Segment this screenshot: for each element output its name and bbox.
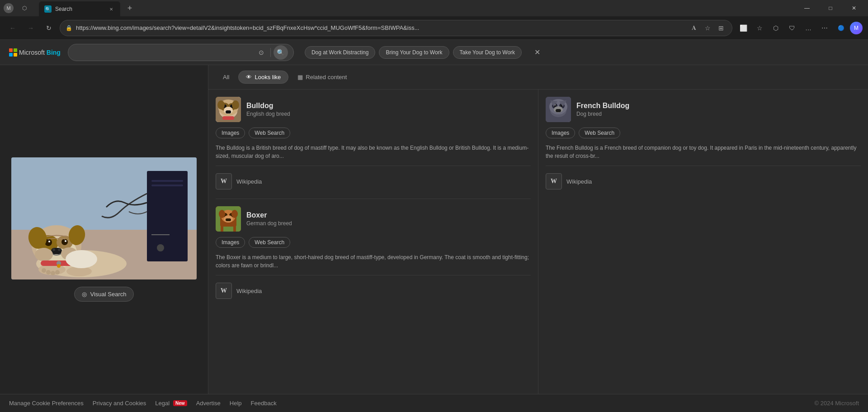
breed-thumb-french (546, 97, 571, 122)
wiki-text-boxer: Wikipedia (236, 288, 262, 294)
svg-point-27 (46, 270, 51, 275)
more-tools-icon[interactable]: … (801, 21, 816, 35)
breed-name-boxer: Boxer (246, 211, 531, 219)
ms-sq4 (14, 53, 17, 57)
tab-all[interactable]: All (216, 71, 236, 83)
ms-sq1 (9, 48, 13, 52)
back-btn[interactable]: ← (5, 21, 20, 35)
reader-mode-icon[interactable]: 𝐀 (689, 23, 699, 33)
breed-info-french: French Bulldog Dog breed (576, 102, 861, 117)
footer-copyright: © 2024 Microsoft (815, 400, 859, 407)
favorites-toolbar-icon[interactable]: ☆ (752, 21, 767, 35)
breed-subtitle-boxer: German dog breed (246, 220, 531, 227)
svg-point-20 (35, 248, 53, 261)
toolbar-right: ⬜ ☆ ⬡ 🛡 … ⋯ 🔵 M (736, 21, 863, 35)
visual-search-label: Visual Search (90, 291, 127, 298)
bing-search-box[interactable]: ⊙ 🔍 (68, 44, 294, 61)
tab-looks-like[interactable]: 👁 Looks like (238, 71, 288, 84)
svg-point-16 (65, 240, 66, 242)
boxer-images-btn[interactable]: Images (216, 237, 245, 248)
ms-logo: Microsoft Bing (9, 48, 61, 57)
breed-section-french: French Bulldog Dog breed Images Web Sear… (546, 97, 861, 189)
french-web-btn[interactable]: Web Search (579, 128, 620, 138)
results-right-column: French Bulldog Dog breed Images Web Sear… (538, 90, 868, 394)
minimize-btn[interactable]: — (797, 1, 817, 15)
tab-close-btn[interactable]: ✕ (108, 5, 115, 13)
svg-point-6 (157, 244, 164, 251)
chip-bring-dog[interactable]: Bring Your Dog to Work (379, 46, 449, 59)
search-input[interactable] (74, 49, 251, 56)
svg-rect-17 (51, 248, 62, 254)
svg-point-44 (232, 100, 239, 109)
split-screen-icon[interactable]: ⬜ (736, 21, 750, 35)
bulldog-images-btn[interactable]: Images (216, 128, 245, 138)
results-tabs: All 👁 Looks like ▦ Related content (208, 65, 868, 90)
footer-privacy[interactable]: Privacy and Cookies (93, 400, 146, 407)
svg-point-54 (231, 210, 238, 218)
svg-point-29 (55, 270, 60, 275)
footer-advertise[interactable]: Advertise (196, 400, 221, 407)
lock-icon: 🔒 (66, 25, 72, 31)
visual-search-btn[interactable]: ◎ Visual Search (74, 287, 134, 302)
breed-separator-bulldog (216, 166, 531, 166)
svg-point-33 (66, 250, 97, 268)
close-btn[interactable]: ✕ (844, 1, 864, 15)
footer-legal[interactable]: Legal (155, 400, 170, 407)
breed-actions-french: Images Web Search (546, 128, 861, 138)
maximize-btn[interactable]: □ (820, 1, 841, 15)
chip-take-dog[interactable]: Take Your Dog to Work (453, 46, 522, 59)
reload-btn[interactable]: ↻ (42, 21, 56, 35)
svg-point-19 (58, 248, 61, 251)
bing-text: Bing (47, 49, 61, 56)
bing-header: Microsoft Bing ⊙ 🔍 Dog at Work Distracti… (0, 40, 868, 65)
bulldog-web-btn[interactable]: Web Search (249, 128, 290, 138)
user-profile-icon[interactable]: M (850, 22, 863, 34)
profile-avatar[interactable]: M (4, 3, 14, 13)
shield-badge-icon[interactable]: 🔵 (834, 21, 848, 35)
boxer-web-btn[interactable]: Web Search (249, 237, 290, 248)
footer-help[interactable]: Help (230, 400, 242, 407)
page-content: Microsoft Bing ⊙ 🔍 Dog at Work Distracti… (0, 40, 868, 412)
svg-point-28 (51, 271, 55, 275)
breed-header-french: French Bulldog Dog breed (546, 97, 861, 122)
footer-feedback[interactable]: Feedback (251, 400, 277, 407)
svg-rect-7 (151, 234, 170, 235)
svg-rect-4 (151, 180, 183, 182)
forward-btn[interactable]: → (24, 21, 38, 35)
ms-sq2 (14, 48, 17, 52)
extensions-icon[interactable]: ⬡ (17, 1, 32, 15)
bing-logo[interactable]: Microsoft Bing (9, 48, 61, 57)
french-images-btn[interactable]: Images (546, 128, 575, 138)
breed-separator-french (546, 166, 861, 166)
shields-icon[interactable]: 🛡 (785, 21, 799, 35)
ms-squares-icon (9, 48, 17, 57)
tab-related[interactable]: ▦ Related content (290, 71, 354, 83)
breed-actions-bulldog: Images Web Search (216, 128, 531, 138)
wiki-logo-french: W (546, 173, 562, 189)
favorites-icon[interactable]: ☆ (702, 23, 713, 33)
breed-name-bulldog: Bulldog (246, 102, 531, 110)
wiki-link-bulldog[interactable]: W Wikipedia (216, 173, 531, 189)
nav-bar: ← → ↻ 🔒 https://www.bing.com/images/sear… (0, 16, 868, 40)
new-tab-btn[interactable]: + (123, 1, 137, 15)
breed-header-boxer: Boxer German dog breed (216, 206, 531, 232)
search-submit-btn[interactable]: 🔍 (274, 45, 288, 60)
address-bar[interactable]: 🔒 https://www.bing.com/images/search?vie… (60, 20, 732, 36)
chips-close-btn[interactable]: ✕ (531, 46, 543, 59)
search-divider (270, 48, 271, 57)
footer-cookie-prefs[interactable]: Manage Cookie Preferences (9, 400, 84, 407)
wiki-link-boxer[interactable]: W Wikipedia (216, 283, 531, 299)
svg-point-32 (57, 264, 61, 268)
chip-dog-work-distracting[interactable]: Dog at Work Distracting (305, 46, 376, 59)
wiki-link-french[interactable]: W Wikipedia (546, 173, 861, 189)
more-btn[interactable]: ⋯ (817, 21, 832, 35)
wiki-text-french: Wikipedia (566, 178, 592, 185)
breed-desc-boxer: The Boxer is a medium to large, short-ha… (216, 253, 531, 270)
collections-toolbar-icon[interactable]: ⬡ (769, 21, 783, 35)
address-icons: 𝐀 ☆ ⊞ (689, 23, 726, 33)
visual-search-icon[interactable]: ⊙ (255, 46, 268, 59)
active-tab[interactable]: 🔍 Search ✕ (39, 1, 120, 17)
results-panel: All 👁 Looks like ▦ Related content (208, 65, 868, 394)
collections-icon[interactable]: ⊞ (716, 23, 726, 33)
svg-point-26 (42, 268, 46, 273)
